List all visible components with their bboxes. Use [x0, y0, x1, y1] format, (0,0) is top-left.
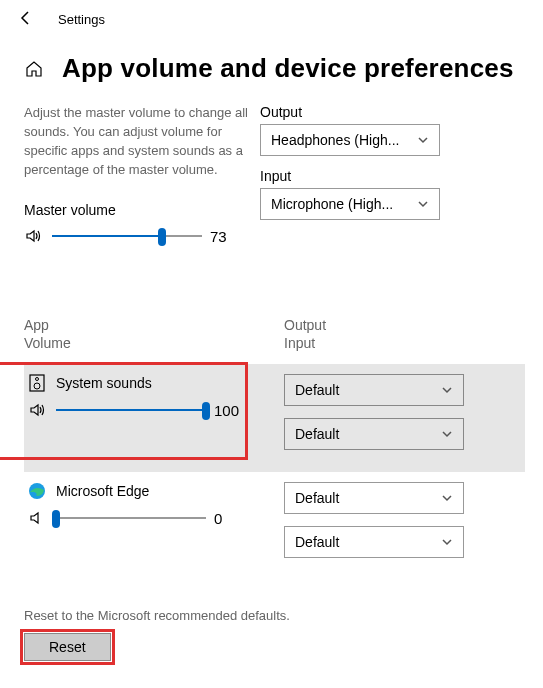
home-icon[interactable]: [24, 59, 44, 79]
app-row: Microsoft Edge0DefaultDefault: [24, 472, 525, 580]
app-volume-value: 0: [214, 510, 242, 527]
app-output-dropdown[interactable]: Default: [284, 482, 464, 514]
chevron-down-icon: [441, 428, 453, 440]
input-label: Input: [260, 168, 543, 184]
column-output-label: Output: [284, 317, 326, 333]
highlight-box: [20, 629, 115, 665]
output-device-selected: Headphones (High...: [271, 132, 399, 148]
app-name: Settings: [58, 12, 105, 27]
chevron-down-icon: [441, 384, 453, 396]
speaker-icon[interactable]: [24, 226, 44, 246]
app-output-selected: Default: [295, 382, 339, 398]
app-icon: [28, 482, 46, 500]
master-volume-label: Master volume: [24, 202, 525, 218]
reset-description: Reset to the Microsoft recommended defau…: [24, 608, 543, 623]
output-device-dropdown[interactable]: Headphones (High...: [260, 124, 440, 156]
page-title: App volume and device preferences: [62, 53, 514, 84]
chevron-down-icon: [441, 536, 453, 548]
app-output-selected: Default: [295, 490, 339, 506]
app-input-dropdown[interactable]: Default: [284, 418, 464, 450]
app-input-selected: Default: [295, 426, 339, 442]
master-volume-slider[interactable]: [52, 226, 202, 246]
column-input-label: Input: [284, 335, 315, 351]
description-text: Adjust the master volume to change all s…: [0, 94, 250, 179]
app-output-dropdown[interactable]: Default: [284, 374, 464, 406]
app-volume-slider[interactable]: [56, 508, 206, 528]
app-input-selected: Default: [295, 534, 339, 550]
back-button[interactable]: [18, 10, 34, 29]
chevron-down-icon: [441, 492, 453, 504]
speaker-icon[interactable]: [28, 508, 48, 528]
highlight-box: [0, 362, 248, 460]
master-volume-value: 73: [210, 228, 238, 245]
output-label: Output: [260, 104, 543, 120]
app-input-dropdown[interactable]: Default: [284, 526, 464, 558]
chevron-down-icon: [417, 134, 429, 146]
column-volume-label: Volume: [24, 335, 71, 351]
column-app-label: App: [24, 317, 49, 333]
app-name-label: Microsoft Edge: [56, 483, 149, 499]
